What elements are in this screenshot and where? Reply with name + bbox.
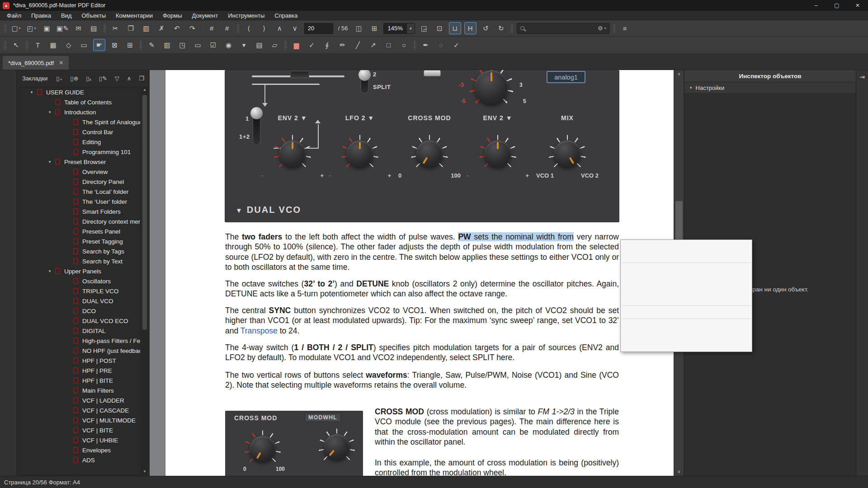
scroll-down-icon[interactable]: ▼: [142, 469, 148, 475]
bookmark-item[interactable]: HPF | POST: [19, 356, 140, 366]
combo-field-tool[interactable]: ▾: [238, 39, 250, 51]
bookmark-item[interactable]: Preset Tagging: [19, 236, 140, 246]
menu-item[interactable]: Правка: [26, 11, 56, 20]
menu-item[interactable]: Объекты: [76, 11, 111, 20]
text-box-tool[interactable]: ▥: [161, 39, 173, 51]
context-menu-item[interactable]: [621, 320, 751, 330]
context-menu-item[interactable]: [621, 274, 751, 284]
context-menu-item[interactable]: [621, 241, 751, 251]
menu-item[interactable]: Файл: [2, 11, 26, 20]
bookmark-item[interactable]: DCO: [19, 306, 140, 316]
delete-button[interactable]: ✗: [156, 22, 168, 34]
scroll-up-icon[interactable]: ▲: [142, 87, 148, 93]
bookmark-item[interactable]: Programming 101: [19, 147, 140, 157]
bookmark-item[interactable]: Table of Contents: [19, 97, 140, 107]
page-number-input[interactable]: [304, 23, 333, 34]
context-menu-item[interactable]: [622, 305, 750, 306]
next-view-button[interactable]: ⟩: [258, 22, 270, 34]
context-menu-item[interactable]: [621, 284, 751, 294]
zoom-to-selection-button[interactable]: ◲: [418, 22, 430, 34]
toolbar-menu-button[interactable]: ≡: [619, 22, 631, 34]
save-as-button[interactable]: ▣✎: [56, 22, 69, 34]
collapse-all-button[interactable]: ∧: [127, 75, 132, 82]
maximize-button[interactable]: ▢: [826, 0, 847, 11]
fit-width-button[interactable]: ⊔: [449, 22, 461, 34]
search-input[interactable]: [528, 25, 598, 32]
menu-item[interactable]: Вид: [56, 11, 77, 20]
bookmark-item[interactable]: HPF | PRE: [19, 366, 140, 375]
bookmark-item[interactable]: HPF | BITE: [19, 375, 140, 385]
bookmark-options-button[interactable]: ▯⊕: [70, 75, 78, 82]
undo-button[interactable]: ↶: [171, 22, 183, 34]
bookmark-item[interactable]: Envelopes: [19, 445, 140, 455]
attach-file-tool[interactable]: ∮: [321, 39, 333, 51]
copy-button[interactable]: ❐: [125, 22, 137, 34]
menu-item[interactable]: Документ: [187, 11, 223, 20]
bookmark-item[interactable]: VCF | MULTIMODE: [19, 415, 140, 425]
select-tool[interactable]: ↖: [10, 39, 22, 51]
menu-item[interactable]: Комментарии: [111, 11, 158, 20]
bookmark-item[interactable]: Main Filters: [19, 385, 140, 395]
page-layout-button[interactable]: ◫: [353, 22, 365, 34]
rename-bookmark-button[interactable]: ▯✎: [99, 75, 107, 82]
context-menu-item[interactable]: [622, 319, 750, 319]
search-dropdown-icon[interactable]: ▾: [604, 26, 606, 30]
rotate-view-ccw-button[interactable]: ↺: [480, 22, 492, 34]
expander-icon[interactable]: ▾: [45, 269, 54, 273]
list-field-tool[interactable]: ▤: [253, 39, 265, 51]
edit-path-tool[interactable]: ◇: [62, 39, 75, 51]
scroll-up-icon[interactable]: ∧: [674, 70, 684, 78]
save-button[interactable]: ▣: [41, 22, 53, 34]
bookmark-item[interactable]: Oscillators: [19, 276, 140, 286]
scroll-down-icon[interactable]: ∨: [674, 468, 684, 476]
collapse-panel-icon[interactable]: ⇥: [856, 70, 868, 84]
context-menu-item[interactable]: [621, 251, 751, 261]
edit-form-tool[interactable]: ▭: [78, 39, 90, 51]
bookmark-item[interactable]: ▾ USER GUIDE: [19, 87, 140, 97]
bookmark-item[interactable]: Search by Tags: [19, 246, 140, 256]
open-file-button[interactable]: ◰▾: [25, 22, 38, 34]
prev-view-button[interactable]: ⟨: [243, 22, 255, 34]
bookmark-item[interactable]: VCF | LADDER: [19, 395, 140, 405]
zoom-select[interactable]: 145% ▾: [383, 23, 415, 34]
bookmark-item[interactable]: VCF | UHBIE: [19, 435, 140, 445]
bookmark-item[interactable]: Presets Panel: [19, 226, 140, 236]
line-tool[interactable]: ╱: [352, 39, 364, 51]
duplicate-bookmark-button[interactable]: ❐: [139, 75, 144, 82]
rotate-view-cw-button[interactable]: ↻: [495, 22, 507, 34]
inspector-settings-item[interactable]: ▾ Настройки: [684, 82, 856, 94]
tab-close-icon[interactable]: ✕: [59, 60, 63, 66]
magnifier-tool[interactable]: ◌: [435, 39, 447, 51]
cut-button[interactable]: ✂: [109, 22, 122, 34]
bookmark-item[interactable]: Directory Panel: [19, 177, 140, 187]
minimize-button[interactable]: –: [806, 0, 826, 11]
bookmark-item[interactable]: Search by Text: [19, 256, 140, 266]
menu-item[interactable]: Справка: [269, 11, 302, 20]
grid-button[interactable]: #: [206, 22, 218, 34]
delete-bookmark-button[interactable]: ▯ₓ: [86, 75, 91, 82]
bookmark-item[interactable]: The Spirit of Analogue: [19, 117, 140, 127]
snapshot-tool[interactable]: ⊠: [108, 39, 121, 51]
print-button[interactable]: ▤: [88, 22, 100, 34]
pdf-page[interactable]: 1 1+2 2 SPLIT -3 3 -5 5: [165, 70, 674, 476]
radio-field-tool[interactable]: ◉: [222, 39, 235, 51]
pencil-tool[interactable]: ✏: [336, 39, 349, 51]
rectangle-tool[interactable]: □: [382, 39, 395, 51]
checkbox-field-tool[interactable]: ☑: [207, 39, 219, 51]
callout-tool[interactable]: ◳: [176, 39, 189, 51]
scrollbar-thumb[interactable]: [142, 95, 147, 330]
ellipse-tool[interactable]: ○: [398, 39, 410, 51]
expander-icon[interactable]: ▾: [27, 90, 36, 94]
bookmark-item[interactable]: The ‘Local’ folder: [19, 187, 140, 197]
search-box[interactable]: ⚙ ▾: [517, 23, 609, 34]
context-menu-item[interactable]: [621, 294, 751, 304]
context-menu-item[interactable]: [621, 307, 751, 317]
sticky-note-tool[interactable]: ✎: [146, 39, 158, 51]
expander-icon[interactable]: ▾: [45, 110, 54, 114]
add-bookmark-button[interactable]: ▯₊: [56, 75, 62, 82]
expand-all-button[interactable]: ▽: [115, 75, 119, 82]
bookmark-item[interactable]: Overview: [19, 167, 140, 177]
bookmark-item[interactable]: DUAL VCO ECO: [19, 316, 140, 326]
bookmark-item[interactable]: ▾ Upper Panels: [19, 266, 140, 276]
fit-page-button[interactable]: ⊞: [368, 22, 380, 34]
